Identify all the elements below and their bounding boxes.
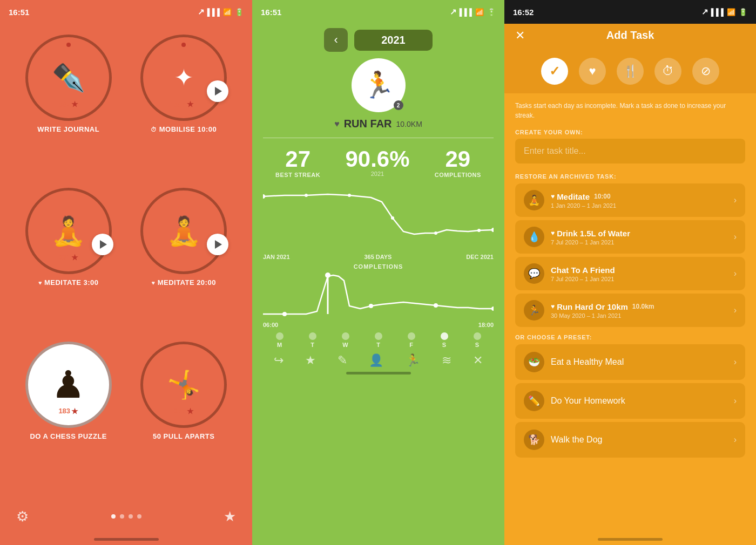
weekday-activity-dots: M T W T F S S <box>252 329 504 349</box>
preset-homework[interactable]: ✏️ Do Your Homework › <box>515 383 745 419</box>
tue-dot <box>309 332 316 340</box>
star-icon: ★ <box>71 407 78 415</box>
water-task-date: 7 Jul 2020 – 1 Jan 2021 <box>551 239 727 246</box>
run-task-icon: 🏃 <box>524 300 544 321</box>
chevron-icon: › <box>734 269 737 278</box>
signal-icon-p2: ▐▐▐ <box>457 8 472 16</box>
meditate3-circle[interactable]: 🧘 221 ★ <box>25 188 112 274</box>
notification-dot <box>66 43 71 47</box>
fri-dot <box>408 332 415 340</box>
healthy-meal-icon: 🥗 <box>524 352 544 372</box>
meditate20-circle[interactable]: 🧘 <box>140 188 227 274</box>
meditate20-icon: 🧘 <box>166 217 201 245</box>
page-dot-3[interactable] <box>129 514 133 519</box>
meditate-task-text: ♥ Meditate 10:00 1 Jan 2020 – 1 Jan 2021 <box>551 192 727 209</box>
meditate3-label: ♥ MEDITATE 3:00 <box>38 278 99 287</box>
year-display[interactable]: 2021 <box>354 30 433 51</box>
run-icon[interactable]: 🏃 <box>406 353 420 367</box>
percentage-stat: 90.6% 2021 <box>345 148 409 178</box>
activity-meditate-20[interactable]: 🧘 ♥ MEDITATE 20:00 <box>132 188 237 330</box>
pull-icon: 🤸 <box>167 371 200 398</box>
mobilise-label: ⏱ MOBILISE 10:00 <box>151 125 217 133</box>
category-task-icon[interactable]: ✓ <box>541 58 568 85</box>
svg-point-3 <box>391 216 394 220</box>
page-dot-4[interactable] <box>137 514 141 519</box>
meditate-task-date: 1 Jan 2020 – 1 Jan 2021 <box>551 202 727 209</box>
activity-pull-aparts[interactable]: 🤸 176 ★ 50 PULL APARTS <box>132 342 237 484</box>
runner-badge: 2 <box>394 100 403 110</box>
category-heart-icon[interactable]: ♥ <box>579 58 606 85</box>
settings-icon[interactable]: ⚙ <box>16 508 29 525</box>
chevron-icon: › <box>734 357 737 367</box>
meditate-task-time: 10:00 <box>594 193 611 200</box>
meditate3-streak: 221 ★ <box>58 253 78 262</box>
completions-value: 29 <box>435 148 481 171</box>
edit-icon[interactable]: ✎ <box>338 353 347 367</box>
pull-circle[interactable]: 🤸 176 ★ <box>140 342 227 428</box>
chess-circle[interactable]: ♟ 183 ★ <box>25 342 112 428</box>
archived-task-run[interactable]: 🏃 ♥ Run Hard Or 10km 10.0km 30 May 2020 … <box>515 294 745 327</box>
completions-label: COMPLETIONS <box>435 172 481 178</box>
heart-icon: ♥ <box>38 280 42 286</box>
heart-tiny-icon: ♥ <box>551 303 555 310</box>
mobilise-play-btn[interactable] <box>207 80 228 102</box>
time-p3: 16:52 <box>513 8 701 17</box>
chart-middle-label: 365 DAYS <box>364 254 392 260</box>
tue-label: T <box>310 342 314 348</box>
completions-chart <box>263 271 494 319</box>
task-title-input[interactable] <box>515 139 745 164</box>
bottom-nav-p1: ⚙ ★ <box>0 495 252 538</box>
archived-task-water[interactable]: 💧 ♥ Drink 1.5L of Water 7 Jul 2020 – 1 J… <box>515 220 745 254</box>
run-task-text: ♥ Run Hard Or 10km 10.0km 30 May 2020 – … <box>551 302 727 319</box>
category-timer-icon[interactable]: ⏱ <box>654 58 681 85</box>
category-food-icon[interactable]: 🍴 <box>617 58 644 85</box>
battery-icon-p2: 🔋 <box>487 8 496 16</box>
close-icon-toolbar[interactable]: ✕ <box>473 353 483 367</box>
activity-mobilise[interactable]: ✦ 587 ★ ⏱ MOBILISE 10:00 <box>132 35 237 177</box>
archived-task-meditate[interactable]: 🧘 ♥ Meditate 10:00 1 Jan 2020 – 1 Jan 20… <box>515 183 745 217</box>
activity-write-journal[interactable]: ✒️ 587 ★ WRITE JOURNAL <box>16 35 121 177</box>
chess-label: DO A CHESS PUZZLE <box>30 432 107 440</box>
panel-stats: 16:51 ↗ ▐▐▐ 📶 🔋 ‹ 2021 🏃 2 ♥ RUN FAR 10.… <box>252 0 504 545</box>
chat-task-text: Chat To A Friend 7 Jul 2020 – 1 Jan 2021 <box>551 265 727 282</box>
weekday-mon: M <box>276 332 284 348</box>
user-icon[interactable]: 👤 <box>369 353 383 367</box>
chevron-icon: › <box>734 195 737 205</box>
archived-task-chat[interactable]: 💬 Chat To A Friend 7 Jul 2020 – 1 Jan 20… <box>515 257 745 290</box>
meditate3-play-btn[interactable] <box>92 234 113 255</box>
category-block-icon[interactable]: ⊘ <box>692 58 719 85</box>
write-journal-circle[interactable]: ✒️ 587 ★ <box>25 35 112 121</box>
weekday-wed: W <box>342 332 349 348</box>
page-dot-2[interactable] <box>120 514 124 519</box>
chess-icon: ♟ <box>51 366 85 404</box>
water-task-icon: 💧 <box>524 227 544 247</box>
close-button[interactable]: ✕ <box>515 29 525 43</box>
activity-chess-puzzle[interactable]: ♟ 183 ★ DO A CHESS PUZZLE <box>16 342 121 484</box>
svg-point-0 <box>263 194 265 199</box>
page-dots <box>111 514 141 519</box>
percentage-value: 90.6% <box>345 148 409 171</box>
page-dot-1[interactable] <box>111 514 116 519</box>
preset-walk-dog[interactable]: 🐕 Walk the Dog › <box>515 422 745 458</box>
status-icons-p2: ▐▐▐ 📶 🔋 <box>457 8 496 16</box>
favorites-icon[interactable]: ★ <box>224 508 236 525</box>
wifi-icon-p2: 📶 <box>475 8 484 16</box>
clock-icon: ⏱ <box>151 126 157 133</box>
share-icon[interactable]: ↪ <box>274 353 284 367</box>
meditate20-play-btn[interactable] <box>207 234 228 255</box>
best-streak-value: 27 <box>275 148 320 171</box>
weekday-sun: S <box>474 332 481 348</box>
svg-point-1 <box>305 194 308 197</box>
more-icon[interactable]: ≋ <box>442 353 451 367</box>
chevron-icon: › <box>734 305 737 315</box>
sun-label: S <box>475 342 479 348</box>
activity-meditate-3[interactable]: 🧘 221 ★ ♥ MEDITATE 3:00 <box>16 188 121 330</box>
mobilise-circle[interactable]: ✦ 587 ★ <box>140 35 227 121</box>
chat-task-date: 7 Jul 2020 – 1 Jan 2021 <box>551 276 727 282</box>
water-task-name: ♥ Drink 1.5L of Water <box>551 229 727 238</box>
back-button[interactable]: ‹ <box>324 28 348 52</box>
preset-healthy-meal[interactable]: 🥗 Eat a Healthy Meal › <box>515 344 745 380</box>
svg-point-2 <box>348 194 351 197</box>
star-icon-toolbar[interactable]: ★ <box>305 353 316 367</box>
mobilise-icon: ✦ <box>174 66 194 90</box>
